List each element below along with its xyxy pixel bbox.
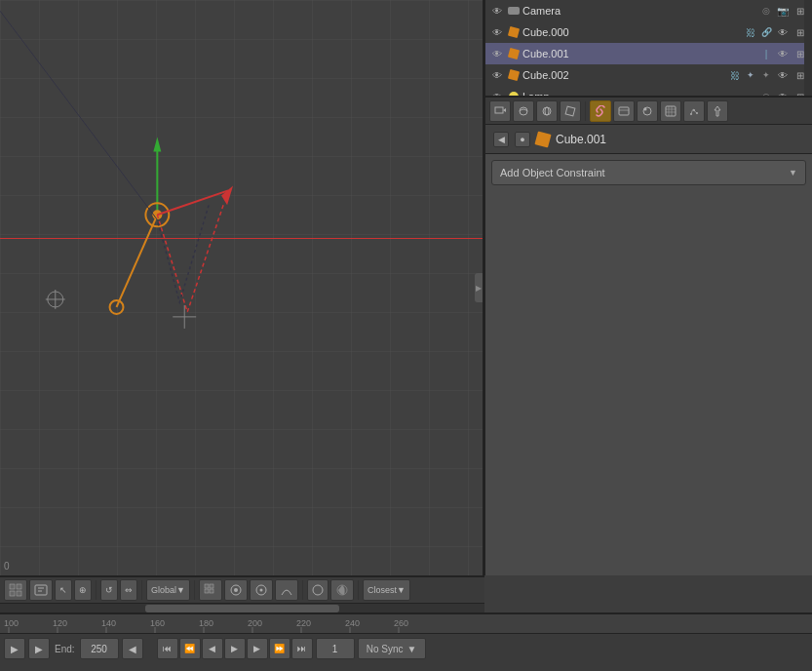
outliner-row-cube002[interactable]: 👁 Cube.002 ⛓ ✦ ✦ 👁 ⊞ [485, 64, 812, 86]
outliner-scrollbar[interactable] [804, 0, 812, 96]
visibility-toggle-cube001[interactable]: 👁 [489, 46, 505, 61]
next-keyframe-btn[interactable]: ⏩ [269, 638, 290, 659]
current-frame-value[interactable]: 1 [316, 638, 355, 659]
outliner-row-cube000[interactable]: 👁 Cube.000 ⛓ 🔗 👁 ⊞ [485, 21, 812, 43]
outliner-name-cube001: Cube.001 [522, 48, 757, 59]
select-mode-btn[interactable]: ↖ [55, 579, 72, 601]
transform-label: Global [151, 585, 176, 595]
timeline-scrollbar[interactable] [0, 603, 484, 612]
sep-3 [194, 580, 195, 600]
full-bottom: ↖ ⊕ ↺ ⇔ Global ▼ [0, 575, 812, 671]
svg-rect-41 [205, 589, 209, 593]
snap-mode-btn[interactable] [224, 579, 248, 601]
svg-rect-14 [495, 107, 503, 113]
step-forward-btn[interactable]: ▶ [247, 638, 268, 659]
grid-snap-btn[interactable] [199, 579, 222, 601]
outliner-row-lamp[interactable]: 👁 Lamp ◎ 👁 ⊞ [485, 86, 812, 98]
outliner-row-cube001[interactable]: 👁 Cube.001 | 👁 ⊞ [485, 43, 812, 64]
top-area: 0 ▶ 👁 Camera ◎ 📷 ⊞ [0, 0, 812, 575]
chain-icon-cube000: ⛓ [744, 25, 757, 39]
rotate-tool-btn[interactable]: ↺ [100, 579, 118, 601]
physics-props-btn[interactable] [707, 100, 728, 122]
constraints-props-btn[interactable] [590, 100, 611, 122]
visibility-toggle-camera[interactable]: 👁 [489, 3, 505, 19]
viewport-shading-btn[interactable] [330, 579, 354, 601]
play-btn[interactable]: ▶ [224, 638, 246, 659]
toolbar-sep-1 [585, 101, 586, 121]
properties-panel: ◀ ● Cube.001 Add Object Constraint ▼ [485, 98, 812, 575]
texture-props-btn[interactable] [660, 100, 681, 122]
frame-end-btn[interactable]: ▶ [28, 638, 50, 659]
data-props-btn[interactable] [613, 100, 635, 122]
svg-rect-35 [17, 591, 21, 596]
scene-props-btn[interactable] [513, 100, 534, 122]
render-toggle-cube002[interactable]: 👁 [775, 67, 791, 83]
render-toggle-cube000[interactable]: 👁 [775, 24, 791, 40]
nav-back-btn[interactable]: ◀ [493, 132, 509, 147]
object-name: Cube.001 [556, 133, 606, 146]
end-value[interactable]: 250 [80, 638, 119, 659]
timeline-ruler: 100 120 140 160 180 200 220 240 260 [0, 614, 812, 634]
scale-tool-btn[interactable]: ⇔ [120, 579, 137, 601]
proportional-method-btn[interactable] [275, 579, 298, 601]
particles-props-btn[interactable] [683, 100, 705, 122]
playback-controls: ⏮ ⏪ ◀ ▶ ▶ ⏩ ⏭ [157, 638, 313, 659]
sep-4 [302, 580, 303, 600]
corner-label: 0 [4, 561, 10, 572]
svg-point-16 [520, 107, 527, 115]
jump-start-btn[interactable]: ⏮ [157, 638, 178, 659]
svg-point-23 [644, 107, 647, 110]
cube002-icon [507, 68, 521, 82]
svg-point-17 [543, 107, 551, 115]
svg-rect-42 [210, 589, 213, 593]
small-crosshair [46, 290, 65, 309]
render-props-btn[interactable] [489, 100, 511, 122]
add-constraint-dropdown[interactable]: Add Object Constraint ▼ [491, 160, 806, 185]
svg-rect-39 [205, 584, 209, 588]
editor-type-btn[interactable] [29, 579, 53, 601]
record-btn[interactable] [307, 579, 329, 601]
sync-arrow: ▼ [407, 644, 417, 654]
visibility-toggle-lamp[interactable]: 👁 [489, 89, 505, 98]
sync-dropdown[interactable]: No Sync ▼ [358, 638, 426, 659]
transform-arrow: ▼ [176, 585, 185, 595]
svg-rect-32 [10, 584, 15, 589]
dropdown-arrow-icon: ▼ [789, 168, 797, 178]
snap-target-btn[interactable]: Closest ▼ [363, 579, 410, 601]
outliner: 👁 Camera ◎ 📷 ⊞ 👁 Cube.000 ⛓ [485, 0, 812, 98]
viewport[interactable]: 0 ▶ [0, 0, 484, 575]
constraint-area: Add Object Constraint ▼ [485, 154, 812, 191]
frame-selector-btn[interactable]: ▶ [4, 638, 25, 659]
transform-global-btn[interactable]: Global ▼ [146, 579, 190, 601]
lamp-icon [507, 90, 521, 98]
render-toggle-lamp[interactable]: 👁 [775, 89, 791, 98]
world-props-btn[interactable] [536, 100, 558, 122]
prev-keyframe-btn[interactable]: ⏪ [179, 638, 201, 659]
render-toggle-camera[interactable]: 📷 [775, 3, 791, 19]
outliner-name-camera: Camera [522, 5, 757, 17]
outliner-name-lamp: Lamp [522, 91, 757, 98]
end-value-dec[interactable]: ◀ [122, 638, 143, 659]
svg-rect-36 [35, 585, 47, 595]
jump-end-btn[interactable]: ⏭ [291, 638, 313, 659]
panel-resize-handle[interactable]: ▶ [475, 273, 483, 302]
render-toggle-cube001[interactable]: 👁 [775, 46, 791, 61]
scene-svg [0, 0, 483, 575]
scrollbar-thumb[interactable] [145, 605, 339, 612]
svg-point-44 [234, 588, 238, 592]
object-props-btn[interactable] [560, 100, 581, 122]
proportional-edit-btn[interactable] [250, 579, 273, 601]
step-back-btn[interactable]: ◀ [202, 638, 223, 659]
viewport-bottom-toolbar: ↖ ⊕ ↺ ⇔ Global ▼ [0, 575, 484, 603]
svg-rect-24 [666, 106, 676, 116]
nav-dot-btn[interactable]: ● [515, 132, 530, 147]
visibility-toggle-cube000[interactable]: 👁 [489, 24, 505, 40]
move-tool-btn[interactable]: ⊕ [74, 579, 92, 601]
view-mode-btn[interactable] [4, 579, 27, 601]
material-props-btn[interactable] [637, 100, 658, 122]
svg-rect-19 [565, 106, 575, 116]
visibility-toggle-cube002[interactable]: 👁 [489, 67, 505, 83]
outliner-row-camera[interactable]: 👁 Camera ◎ 📷 ⊞ [485, 0, 812, 21]
svg-rect-34 [10, 591, 15, 596]
timeline-area: 100 120 140 160 180 200 220 240 260 [0, 612, 812, 671]
